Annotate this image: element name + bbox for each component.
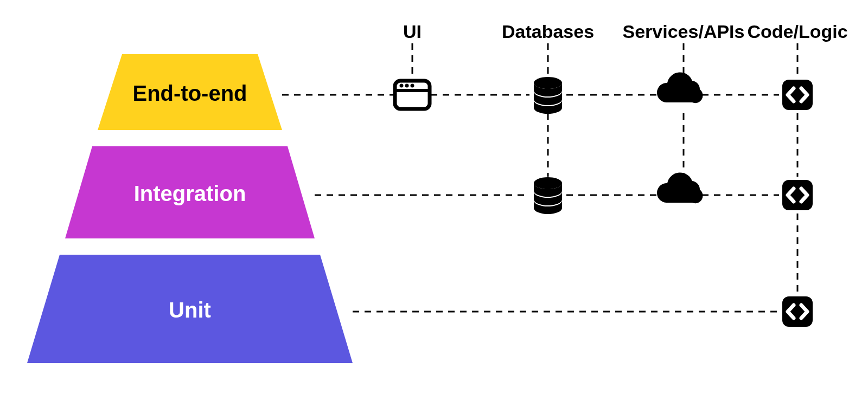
code-icon [782, 180, 813, 210]
cloud-icon [657, 173, 703, 204]
pyramid-label-int: Integration [134, 182, 246, 205]
pyramid-label-e2e: End-to-end [132, 81, 247, 105]
column-header-ui: UI [403, 21, 422, 42]
cloud-icon [657, 73, 703, 104]
browser-window-icon [395, 81, 430, 109]
pyramid-label-unit: Unit [169, 298, 211, 322]
column-header-services: Services/APIs [623, 21, 745, 42]
column-header-databases: Databases [502, 21, 594, 42]
testing-pyramid-diagram: UI Databases Services/APIs Code/Logic En… [0, 0, 868, 401]
database-icon [534, 177, 562, 214]
code-icon [782, 80, 813, 110]
database-icon [534, 77, 562, 114]
column-header-code: Code/Logic [747, 21, 847, 42]
code-icon [782, 296, 813, 327]
icon-layer [395, 73, 813, 327]
